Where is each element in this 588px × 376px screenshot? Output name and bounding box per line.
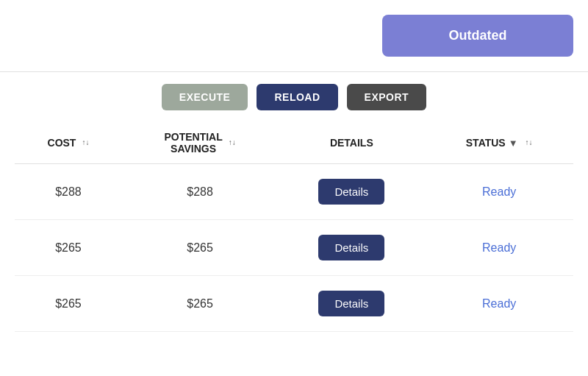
cell-cost-1: $265 — [15, 220, 122, 276]
filter-icon[interactable]: ▼ — [509, 138, 518, 149]
cell-details-0: Details — [278, 164, 425, 220]
col-header-potential-savings: POTENTIALSAVINGS ↑↓ — [122, 122, 278, 164]
cell-details-2: Details — [278, 276, 425, 332]
table-row: $265 $265 Details Ready — [15, 276, 573, 332]
execute-button[interactable]: EXECUTE — [162, 84, 248, 110]
cell-savings-1: $265 — [122, 220, 278, 276]
cell-status-2: Ready — [425, 276, 573, 332]
table-row: $288 $288 Details Ready — [15, 164, 573, 220]
cost-sort-icon[interactable]: ↑↓ — [82, 139, 89, 146]
details-label: DETAILS — [330, 137, 373, 149]
table-row: $265 $265 Details Ready — [15, 220, 573, 276]
cell-details-1: Details — [278, 220, 425, 276]
cell-savings-0: $288 — [122, 164, 278, 220]
col-header-status: STATUS ▼ ↑↓ — [425, 122, 573, 164]
col-header-cost: COST ↑↓ — [15, 122, 122, 164]
cell-cost-2: $265 — [15, 276, 122, 332]
toolbar: EXECUTE RELOAD EXPORT — [0, 72, 588, 122]
main-table: COST ↑↓ POTENTIALSAVINGS ↑↓ DETAILS STAT… — [15, 122, 573, 332]
table-container: COST ↑↓ POTENTIALSAVINGS ↑↓ DETAILS STAT… — [0, 122, 588, 332]
top-section: Outdated — [0, 0, 588, 57]
details-button-2[interactable]: Details — [318, 291, 384, 316]
col-header-details: DETAILS — [278, 122, 425, 164]
outdated-badge: Outdated — [382, 15, 573, 57]
potential-savings-sort-icon[interactable]: ↑↓ — [229, 139, 236, 146]
status-ready-1: Ready — [482, 241, 516, 254]
status-sort-icon[interactable]: ↑↓ — [526, 139, 533, 146]
status-label: STATUS — [466, 137, 506, 149]
cell-savings-2: $265 — [122, 276, 278, 332]
status-ready-2: Ready — [482, 297, 516, 310]
potential-savings-label: POTENTIALSAVINGS — [164, 131, 222, 155]
cell-status-0: Ready — [425, 164, 573, 220]
details-button-1[interactable]: Details — [318, 235, 384, 260]
cell-cost-0: $288 — [15, 164, 122, 220]
cost-label: COST — [48, 137, 76, 149]
table-header-row: COST ↑↓ POTENTIALSAVINGS ↑↓ DETAILS STAT… — [15, 122, 573, 164]
cell-status-1: Ready — [425, 220, 573, 276]
details-button-0[interactable]: Details — [318, 179, 384, 205]
reload-button[interactable]: RELOAD — [257, 84, 337, 110]
export-button[interactable]: EXPORT — [347, 84, 427, 110]
status-ready-0: Ready — [482, 185, 516, 198]
